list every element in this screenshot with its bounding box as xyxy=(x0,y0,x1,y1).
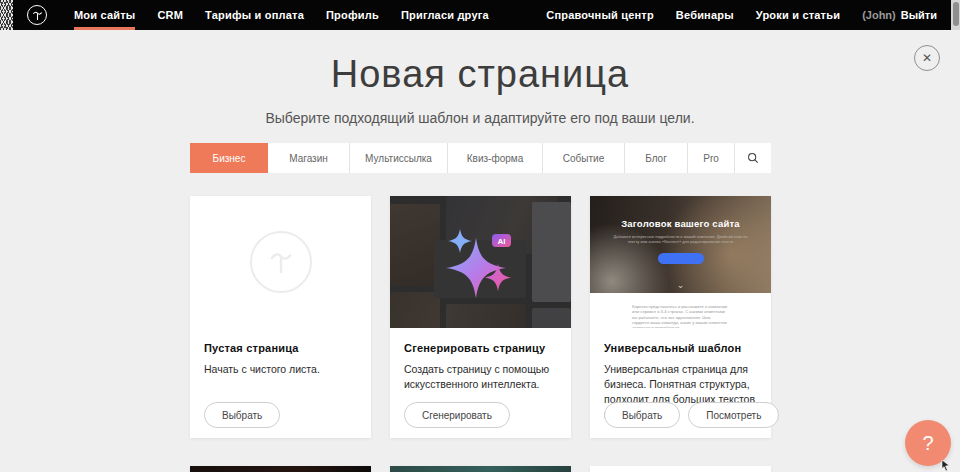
nav-profile[interactable]: Профиль xyxy=(315,0,390,30)
template-card-partial[interactable] xyxy=(390,466,571,472)
card-blank-page[interactable]: Пустая страница Начать с чистого листа. … xyxy=(190,196,371,438)
tab-blog[interactable]: Блог xyxy=(625,143,688,173)
secondary-nav: Справочный центр Вебинары Уроки и статьи… xyxy=(535,0,937,30)
ai-collage-preview: AI xyxy=(390,196,571,328)
card-universal-template[interactable]: Заголовок вашего сайта Добавьте интересн… xyxy=(590,196,771,438)
template-cards-row-2 xyxy=(190,466,771,472)
template-preview: Заголовок вашего сайта Добавьте интересн… xyxy=(590,196,771,328)
tab-quiz-form[interactable]: Квиз-форма xyxy=(448,143,543,173)
card-title: Пустая страница xyxy=(204,342,357,354)
template-card-partial[interactable] xyxy=(190,466,371,472)
template-hero-title: Заголовок вашего сайта xyxy=(590,218,771,229)
tilda-watermark-icon xyxy=(250,231,312,293)
nav-help-center[interactable]: Справочный центр xyxy=(535,0,665,30)
card-title: Сгенерировать страницу xyxy=(404,342,557,354)
svg-text:AI: AI xyxy=(498,237,506,246)
logout-link[interactable]: Выйти xyxy=(896,9,937,21)
nav-my-sites[interactable]: Мои сайты xyxy=(63,0,146,30)
cursor-pointer-icon xyxy=(941,460,951,472)
card-ai-generate[interactable]: AI Сгенерировать страницу Создать страни… xyxy=(390,196,571,438)
template-hero-subtitle: Добавьте интересные подробности о вашей … xyxy=(608,234,753,244)
tab-event[interactable]: Событие xyxy=(543,143,625,173)
template-card-partial[interactable] xyxy=(590,466,771,472)
background-pattern xyxy=(0,0,13,30)
choose-button[interactable]: Выбрать xyxy=(604,402,680,428)
nav-crm[interactable]: CRM xyxy=(146,0,194,30)
blank-page-preview xyxy=(190,196,371,328)
template-body-section: Коротко представьтесь и расскажите о ком… xyxy=(590,293,771,328)
primary-nav: Мои сайты CRM Тарифы и оплата Профиль Пр… xyxy=(63,0,500,30)
nav-invite-friend[interactable]: Пригласи друга xyxy=(390,0,500,30)
search-icon xyxy=(747,152,759,164)
chevron-down-icon: ⌄ xyxy=(590,281,771,290)
user-name-label: (John) xyxy=(851,9,896,21)
page-subtitle: Выберите подходящий шаблон и адаптируйте… xyxy=(0,110,960,126)
tab-business[interactable]: Бизнес xyxy=(190,143,268,173)
template-body-text: Коротко представьтесь и расскажите о ком… xyxy=(632,304,728,328)
tab-store[interactable]: Магазин xyxy=(268,143,350,173)
top-navigation-bar: Мои сайты CRM Тарифы и оплата Профиль Пр… xyxy=(13,0,951,30)
template-hero-cta-button xyxy=(658,253,704,264)
nav-webinars[interactable]: Вебинары xyxy=(665,0,745,30)
tab-multilink[interactable]: Мультиссылка xyxy=(350,143,448,173)
card-description: Начать с чистого листа. xyxy=(204,362,357,377)
tab-search[interactable] xyxy=(735,143,771,173)
generate-button[interactable]: Сгенерировать xyxy=(404,402,510,428)
nav-plans-payment[interactable]: Тарифы и оплата xyxy=(194,0,315,30)
card-title: Универсальный шаблон xyxy=(604,342,757,354)
scrollbar-thumb[interactable] xyxy=(953,2,959,26)
tab-pro[interactable]: Pro xyxy=(688,143,735,173)
page-scrollbar[interactable] xyxy=(951,0,960,30)
tilda-logo-icon[interactable] xyxy=(27,5,47,25)
template-hero-image: Заголовок вашего сайта Добавьте интересн… xyxy=(590,196,771,293)
template-cards-row: Пустая страница Начать с чистого листа. … xyxy=(190,196,771,438)
template-category-tabs: Бизнес Магазин Мультиссылка Квиз-форма С… xyxy=(190,143,771,173)
page-title: Новая страница xyxy=(0,53,960,96)
card-description: Создать страницу с помощью искусственног… xyxy=(404,362,557,392)
choose-button[interactable]: Выбрать xyxy=(204,402,280,428)
ai-sparkle-icon: AI xyxy=(390,196,571,328)
nav-lessons-articles[interactable]: Уроки и статьи xyxy=(745,0,851,30)
preview-button[interactable]: Посмотреть xyxy=(688,402,779,428)
